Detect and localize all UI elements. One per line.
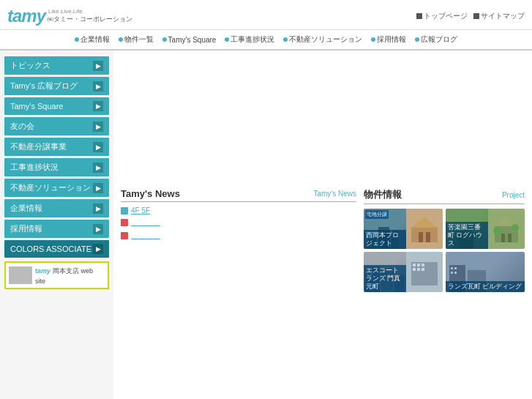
- nav-dot-0: [75, 37, 79, 42]
- prop-card-bg-2: エスコートランズ 門真元町: [364, 252, 443, 292]
- properties-section: 物件情報 Project 宅地分譲: [364, 188, 525, 399]
- nav-item-5[interactable]: 採用情報: [368, 33, 409, 46]
- sidebar-arrow-solution: ▶: [93, 183, 103, 193]
- svg-rect-14: [508, 234, 512, 242]
- sidebar-branch[interactable]: tamy 岡本支店 web site: [4, 261, 109, 289]
- content-area: Tamy's News Tamy's News 4F 5F ＿＿＿＿ ＿＿＿＿: [113, 51, 532, 399]
- nav-label-4: 不動産ソリューション: [289, 34, 362, 45]
- sidebar: トピックス ▶ Tamy's 広報ブログ ▶ Tamy's Square ▶ 友…: [0, 51, 113, 399]
- sidebar-label-topics: トピックス: [10, 60, 50, 71]
- news-icon-1: [121, 219, 128, 226]
- properties-header: 物件情報 Project: [364, 188, 525, 204]
- sidebar-label-construction: 工事進捗状況: [10, 162, 59, 173]
- nav-item-0[interactable]: 企業情報: [72, 33, 113, 46]
- branch-logo: tamy: [35, 267, 50, 275]
- nav-item-3[interactable]: 工事進捗状況: [222, 33, 277, 46]
- sidebar-arrow-company: ▶: [93, 204, 103, 214]
- news-item-link-2[interactable]: ＿＿＿＿: [131, 231, 160, 241]
- prop-img-2: エスコートランズ 門真元町: [364, 252, 406, 292]
- sidebar-item-colors[interactable]: COLORS ASSOCIATE ▶: [4, 240, 109, 258]
- sidebar-item-blog[interactable]: Tamy's 広報ブログ ▶: [4, 77, 109, 95]
- news-link[interactable]: Tamy's News: [313, 190, 356, 198]
- news-icon-0: [121, 207, 128, 215]
- top-spacer: [121, 56, 525, 188]
- page-wrapper: tamy Like.Live.Life. ㈱タミー・コーポレーション トップペー…: [0, 0, 532, 399]
- svg-rect-13: [501, 234, 505, 242]
- company-name: ㈱タミー・コーポレーション: [47, 15, 132, 24]
- nav-label-0: 企業情報: [80, 34, 110, 45]
- sidebar-item-realestate[interactable]: 不動産分譲事業 ▶: [4, 138, 109, 156]
- news-item-2: ＿＿＿＿: [121, 231, 356, 241]
- sidebar-arrow-tomonokai: ▶: [93, 122, 103, 132]
- nav-dot-3: [225, 37, 229, 42]
- nav-label-5: 採用情報: [377, 34, 406, 45]
- nav-label-3: 工事進捗状況: [231, 34, 274, 45]
- prop-overlay-0: 西岡本プロジェクト: [364, 230, 406, 249]
- header-links: トップページ サイトマップ: [416, 11, 525, 21]
- svg-rect-34: [454, 267, 457, 269]
- sidebar-item-recruit[interactable]: 採用情報 ▶: [4, 220, 109, 238]
- sidebar-arrow-realestate: ▶: [93, 142, 103, 152]
- sidebar-item-tomonokai[interactable]: 友の会 ▶: [4, 117, 109, 135]
- sidebar-item-square[interactable]: Tamy's Square ▶: [4, 97, 109, 115]
- prop-right-svg-2: [408, 256, 441, 288]
- nav-bar: 企業情報 物件一覧 Tamy's Square 工事進捗状況 不動産ソリューショ…: [0, 30, 532, 51]
- svg-rect-5: [419, 232, 423, 242]
- prop-card-3[interactable]: ランズ瓦町 ビルディング: [446, 252, 525, 292]
- prop-label-0: 宅地分譲: [365, 210, 389, 219]
- prop-card-0[interactable]: 宅地分譲 西岡本プロジェクト: [364, 209, 443, 249]
- sidebar-arrow-colors: ▶: [93, 244, 103, 254]
- prop-overlay-2: エスコートランズ 門真元町: [364, 265, 406, 292]
- prop-img-3: ランズ瓦町 ビルディング: [446, 252, 525, 292]
- svg-point-16: [512, 224, 519, 231]
- svg-rect-3: [411, 228, 438, 242]
- nav-dot-5: [371, 37, 375, 42]
- sidebar-item-construction[interactable]: 工事進捗状況 ▶: [4, 158, 109, 176]
- properties-link[interactable]: Project: [502, 191, 525, 199]
- content-columns: Tamy's News Tamy's News 4F 5F ＿＿＿＿ ＿＿＿＿: [121, 188, 525, 399]
- svg-rect-30: [422, 268, 424, 271]
- sidebar-arrow-square: ▶: [93, 101, 103, 111]
- nav-item-2[interactable]: Tamy's Square: [160, 33, 220, 46]
- prop-card-bg-1: 苦楽園三番町 ログハウス: [446, 209, 525, 249]
- sidebar-item-topics[interactable]: トピックス ▶: [4, 56, 109, 75]
- svg-point-15: [493, 226, 502, 235]
- news-item-link-0[interactable]: 4F 5F: [131, 206, 150, 215]
- prop-card-bg-3: ランズ瓦町 ビルディング: [446, 252, 525, 292]
- logo: tamy: [7, 6, 45, 26]
- sitemap-icon: [473, 13, 479, 19]
- news-title: Tamy's News: [121, 188, 180, 199]
- sidebar-label-blog: Tamy's 広報ブログ: [10, 81, 78, 92]
- svg-rect-6: [426, 232, 430, 242]
- prop-img-0: 宅地分譲 西岡本プロジェクト: [364, 209, 406, 249]
- prop-right-svg-1: [490, 213, 522, 245]
- news-item-link-1[interactable]: ＿＿＿＿: [131, 217, 160, 228]
- svg-rect-25: [413, 264, 416, 266]
- nav-item-4[interactable]: 不動産ソリューション: [280, 33, 365, 46]
- header-link-sitemap[interactable]: サイトマップ: [473, 11, 525, 21]
- nav-label-2: Tamy's Square: [168, 36, 217, 44]
- svg-rect-36: [454, 272, 457, 274]
- prop-card-1[interactable]: 苦楽園三番町 ログハウス: [446, 209, 525, 249]
- nav-dot-2: [162, 37, 167, 42]
- sitemap-label: サイトマップ: [481, 11, 525, 21]
- branch-info: tamy 岡本支店 web site: [35, 266, 105, 285]
- branch-thumbnail: [9, 266, 32, 284]
- main-content: トピックス ▶ Tamy's 広報ブログ ▶ Tamy's Square ▶ 友…: [0, 51, 532, 399]
- sidebar-item-solution[interactable]: 不動産ソリューション ▶: [4, 179, 109, 197]
- prop-card-2[interactable]: エスコートランズ 門真元町: [364, 252, 443, 292]
- svg-rect-26: [417, 264, 420, 266]
- header: tamy Like.Live.Life. ㈱タミー・コーポレーション トップペー…: [0, 0, 532, 30]
- prop-right-img-0: [406, 209, 443, 249]
- nav-item-6[interactable]: 広報ブログ: [412, 33, 460, 46]
- news-icon-2: [121, 232, 128, 239]
- properties-title: 物件情報: [364, 188, 402, 201]
- nav-dot-4: [283, 37, 288, 42]
- nav-label-6: 広報ブログ: [421, 34, 457, 45]
- nav-item-1[interactable]: 物件一覧: [116, 33, 157, 46]
- nav-dot-6: [415, 37, 419, 42]
- sidebar-label-solution: 不動産ソリューション: [10, 182, 91, 193]
- svg-rect-35: [451, 272, 453, 274]
- header-link-top[interactable]: トップページ: [416, 11, 468, 21]
- sidebar-item-company[interactable]: 企業情報 ▶: [4, 199, 109, 217]
